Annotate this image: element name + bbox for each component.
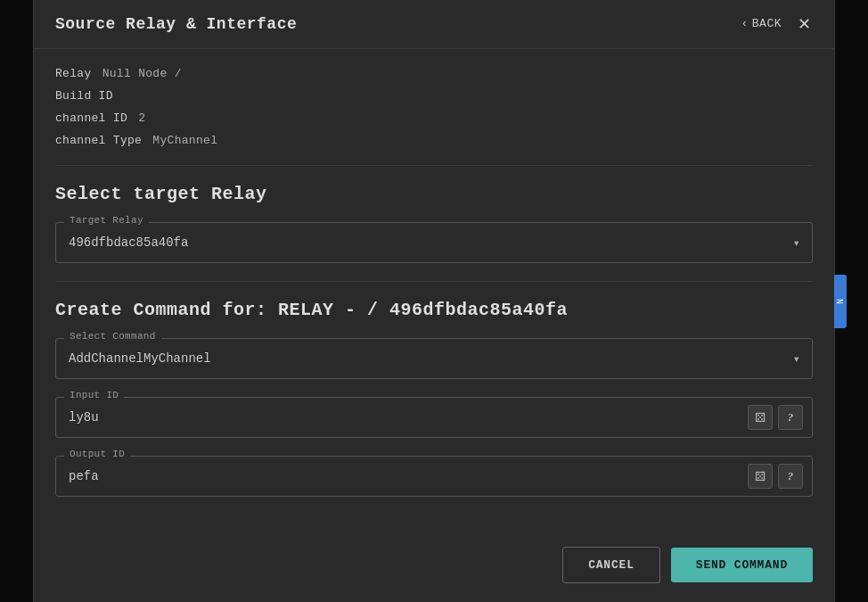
target-relay-select-wrapper: 496dfbdac85a40fa ▾ — [55, 222, 813, 263]
dice-icon-2: ⚄ — [755, 469, 766, 483]
input-id-field: Input ID ⚄ ? — [55, 397, 813, 438]
select-command-field: Select Command AddChannelMyChannel ▾ — [55, 338, 813, 379]
select-target-section: Select target Relay Target Relay 496dfbd… — [55, 184, 813, 263]
select-target-title: Select target Relay — [55, 184, 813, 204]
input-id-dice-button[interactable]: ⚄ — [748, 405, 773, 430]
target-relay-label: Target Relay — [64, 215, 149, 226]
channel-id-row: channel ID 2 — [55, 111, 813, 125]
section-divider-2 — [55, 281, 813, 282]
input-id-icons: ⚄ ? — [748, 405, 812, 430]
modal-title: Source Relay & Interface — [55, 15, 297, 33]
input-id-help-button[interactable]: ? — [778, 405, 803, 430]
dice-icon: ⚄ — [755, 410, 766, 425]
channel-id-label: channel ID — [55, 111, 127, 125]
output-id-field: Output ID ⚄ ? — [55, 456, 813, 497]
relay-label: Relay — [55, 67, 92, 80]
modal-dialog: Source Relay & Interface ‹ BACK ✕ N Rela… — [33, 0, 835, 602]
target-relay-field: Target Relay 496dfbdac85a40fa ▾ — [55, 222, 813, 263]
channel-id-value: 2 — [138, 111, 145, 125]
output-id-icons: ⚄ ? — [748, 464, 812, 489]
modal-header: Source Relay & Interface ‹ BACK ✕ N — [34, 0, 834, 49]
relay-value: Null Node / — [102, 67, 182, 80]
help-icon: ? — [788, 410, 794, 425]
close-button[interactable]: ✕ — [796, 14, 813, 34]
channel-type-value: MyChannel — [152, 134, 217, 147]
channel-type-row: channel Type MyChannel — [55, 134, 813, 147]
sidebar-indicator: N — [834, 275, 847, 328]
back-button[interactable]: ‹ BACK — [741, 17, 782, 30]
cancel-button[interactable]: CANCEL — [562, 547, 660, 583]
header-actions: ‹ BACK ✕ — [741, 14, 813, 34]
select-command-label: Select Command — [64, 331, 161, 342]
sidebar-label: N — [836, 298, 846, 304]
create-command-title: Create Command for: RELAY - / 496dfbdac8… — [55, 300, 813, 320]
channel-type-label: channel Type — [55, 134, 142, 147]
output-id-input[interactable] — [56, 457, 748, 496]
select-command-select[interactable]: AddChannelMyChannel — [55, 338, 813, 379]
input-id-label: Input ID — [64, 390, 124, 400]
modal-body: Relay Null Node / Build ID channel ID 2 … — [34, 49, 834, 532]
target-relay-select[interactable]: 496dfbdac85a40fa — [55, 222, 813, 263]
relay-info-row: Relay Null Node / — [55, 67, 813, 80]
close-icon: ✕ — [798, 15, 811, 33]
help-icon-2: ? — [788, 469, 794, 483]
output-id-label: Output ID — [64, 449, 130, 459]
input-id-input[interactable] — [56, 398, 748, 437]
modal-footer: CANCEL SEND COMMAND — [34, 532, 834, 603]
output-id-dice-button[interactable]: ⚄ — [748, 464, 773, 489]
back-label: BACK — [752, 17, 782, 30]
send-command-button[interactable]: SEND COMMAND — [671, 548, 813, 582]
back-chevron-icon: ‹ — [741, 17, 748, 30]
output-id-wrapper: ⚄ ? — [55, 456, 813, 497]
create-command-section: Create Command for: RELAY - / 496dfbdac8… — [55, 300, 813, 497]
output-id-help-button[interactable]: ? — [778, 464, 803, 489]
select-command-wrapper: AddChannelMyChannel ▾ — [55, 338, 813, 379]
input-id-wrapper: ⚄ ? — [55, 397, 813, 438]
build-id-row: Build ID — [55, 89, 813, 103]
build-id-label: Build ID — [55, 89, 113, 103]
section-divider — [55, 165, 813, 166]
